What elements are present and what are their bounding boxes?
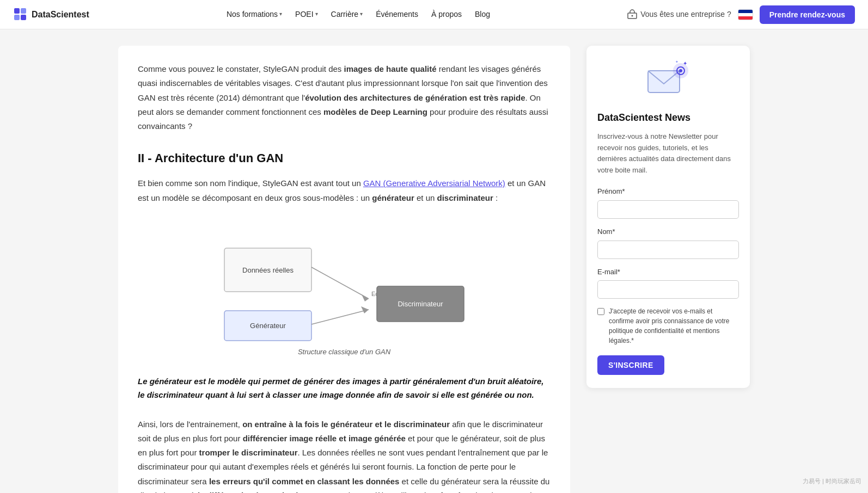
consent-label: J'accepte de recevoir vos e-mails et con… [609,306,739,346]
nom-input[interactable] [597,241,739,259]
logo-text: DataScientest [32,8,89,22]
nav-item-carriere[interactable]: Carrière ▾ [326,5,369,23]
final-paragraph: Ainsi, lors de l'entrainement, on entraî… [138,417,551,493]
svg-text:✦: ✦ [683,60,687,66]
watermark: 力易号 | 时尚玩家岳司 [803,477,861,486]
navbar: DataScientest Nos formations ▾ POEI ▾ Ca… [0,0,868,29]
nav-item-formations[interactable]: Nos formations ▾ [221,5,288,23]
logo[interactable]: DataScientest [13,7,89,22]
prenom-label: Prénom* [597,186,739,198]
gan-diagram: Données réelles Générateur Echantillonna… [208,218,480,343]
chevron-down-icon: ▾ [315,10,318,19]
svg-text:Données réelles: Données réelles [242,266,294,274]
svg-rect-1 [21,8,26,14]
main-content: Comme vous pouvez le constater, StyleGAN… [118,46,570,493]
svg-line-11 [311,310,369,324]
svg-rect-0 [14,8,20,14]
logo-icon [13,7,28,22]
svg-line-10 [311,267,369,299]
consent-wrap: J'accepte de recevoir vos e-mails et con… [597,306,739,346]
intro-paragraph: Comme vous pouvez le constater, StyleGAN… [138,62,551,133]
diagram-container: Données réelles Générateur Echantillonna… [138,218,551,369]
nav-item-apropos[interactable]: À propos [426,5,467,23]
email-group: E-mail* [597,267,739,299]
subscribe-button[interactable]: S'INSCRIRE [597,355,664,375]
newsletter-icon-wrap: ✦ ✦ [597,59,739,102]
newsletter-desc: Inscrivez-vous à notre Newsletter pour r… [597,131,739,176]
page-wrap: Comme vous pouvez le constater, StyleGAN… [107,29,761,493]
svg-text:Générateur: Générateur [250,322,286,330]
cta-button[interactable]: Prendre rendez-vous [760,5,855,24]
nav-right: Vous êtes une entreprise ? Prendre rende… [627,5,855,24]
nom-label: Nom* [597,226,739,238]
blockquote: Le générateur est le modèle qui permet d… [138,374,551,402]
svg-point-22 [679,69,682,72]
email-input[interactable] [597,280,739,299]
svg-text:Discriminateur: Discriminateur [398,300,443,308]
gan-link[interactable]: GAN (Generative Adversiarial Network) [363,178,505,188]
sidebar: ✦ ✦ DataScientest News Inscrivez-vous à … [586,46,750,493]
newsletter-title: DataScientest News [597,110,739,126]
chevron-down-icon: ▾ [360,10,363,19]
nav-item-evenements[interactable]: Événements [370,5,424,23]
nav-items: Nos formations ▾ POEI ▾ Carrière ▾ Événe… [221,5,496,23]
newsletter-widget: ✦ ✦ DataScientest News Inscrivez-vous à … [586,46,750,388]
nav-item-blog[interactable]: Blog [469,5,496,23]
svg-text:✦: ✦ [675,60,678,64]
enterprise-icon [627,9,637,19]
newsletter-icon: ✦ ✦ [644,59,693,102]
svg-marker-13 [361,306,369,313]
email-label: E-mail* [597,267,739,278]
svg-point-5 [632,15,633,17]
language-flag[interactable] [738,9,753,20]
nom-group: Nom* [597,226,739,259]
svg-rect-2 [14,15,20,20]
svg-rect-3 [21,15,26,20]
section-title: II - Architecture d'un GAN [138,149,551,168]
section-text: Et bien comme son nom l'indique, StyleGA… [138,176,551,205]
enterprise-link[interactable]: Vous êtes une entreprise ? [627,8,731,20]
consent-checkbox[interactable] [597,308,604,315]
nav-item-poei[interactable]: POEI ▾ [290,5,323,23]
prenom-input[interactable] [597,200,739,219]
chevron-down-icon: ▾ [279,10,282,19]
diagram-caption: Structure classique d'un GAN [298,347,390,358]
prenom-group: Prénom* [597,186,739,219]
